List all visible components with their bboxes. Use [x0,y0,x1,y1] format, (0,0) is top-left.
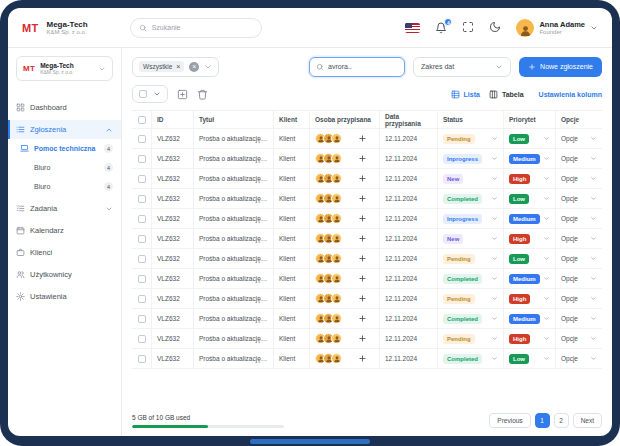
row-options-button[interactable]: Opcje [556,249,602,268]
date-range-select[interactable]: Zakres dat [413,57,511,77]
row-options-button[interactable]: Opcje [556,189,602,208]
row-checkbox[interactable] [138,255,146,263]
status-select[interactable]: New [438,169,504,188]
status-select[interactable]: Completed [438,189,504,208]
pagination-page-1[interactable]: 1 [535,413,550,428]
remove-filter-icon[interactable]: × [176,63,180,70]
add-assignee-button[interactable] [358,134,367,143]
priority-select[interactable]: High [504,329,556,348]
chevron-down-icon [491,315,498,322]
priority-select[interactable]: Medium [504,209,556,228]
status-select[interactable]: Completed [438,349,504,368]
status-select[interactable]: Pending [438,129,504,148]
sidebar-item-biuro[interactable]: Biuro4 [8,177,121,196]
notifications-button[interactable]: 4 [435,22,447,34]
row-checkbox[interactable] [138,175,146,183]
status-select[interactable]: Pending [438,249,504,268]
status-select[interactable]: New [438,229,504,248]
priority-select[interactable]: Low [504,349,556,368]
sidebar-item-klienci[interactable]: Klienci [8,243,121,262]
global-search-input[interactable] [152,24,253,31]
row-options-button[interactable]: Opcje [556,169,602,188]
status-select[interactable]: Pending [438,329,504,348]
sidebar-item-zadania[interactable]: Zadania [8,199,121,218]
row-checkbox[interactable] [138,275,146,283]
row-checkbox[interactable] [138,315,146,323]
sidebar-item-pomoc-techniczna[interactable]: Pomoc techniczna4 [8,139,121,158]
pagination-previous-button[interactable]: Previous [489,413,530,428]
sidebar-item-biuro[interactable]: Biuro4 [8,158,121,177]
row-options-button[interactable]: Opcje [556,269,602,288]
fullscreen-button[interactable] [462,19,474,37]
row-checkbox[interactable] [138,155,146,163]
add-assignee-button[interactable] [358,254,367,263]
priority-select[interactable]: Low [504,129,556,148]
row-checkbox[interactable] [138,295,146,303]
priority-select[interactable]: Medium [504,149,556,168]
dark-mode-button[interactable] [489,19,501,37]
header-checkbox[interactable] [138,116,146,124]
row-options-button[interactable]: Opcje [556,129,602,148]
priority-select[interactable]: Low [504,249,556,268]
row-options-button[interactable]: Opcje [556,149,602,168]
chevron-down-icon [543,355,550,362]
column-settings-button[interactable]: Ustawienia kolumn [539,91,602,98]
row-options-button[interactable]: Opcje [556,289,602,308]
priority-select[interactable]: Low [504,189,556,208]
sidebar-item-ustawienia[interactable]: Ustawienia [8,287,121,306]
add-assignee-button[interactable] [358,314,367,323]
add-assignee-button[interactable] [358,234,367,243]
row-checkbox[interactable] [138,195,146,203]
add-assignee-button[interactable] [358,214,367,223]
ticket-search[interactable] [309,57,405,77]
add-assignee-button[interactable] [358,174,367,183]
sidebar-item-użytkownicy[interactable]: Użytkownicy [8,265,121,284]
select-all-control[interactable] [132,85,168,103]
global-search[interactable] [130,18,262,38]
pagination-page-2[interactable]: 2 [554,413,569,428]
chevron-down-icon [491,235,498,242]
priority-select[interactable]: High [504,169,556,188]
sidebar-item-kalendarz[interactable]: Kalendarz [8,221,121,240]
status-select[interactable]: Completed [438,309,504,328]
priority-select[interactable]: Medium [504,309,556,328]
delete-button[interactable] [197,89,208,100]
row-options-button[interactable]: Opcje [556,229,602,248]
row-checkbox[interactable] [138,215,146,223]
row-checkbox[interactable] [138,335,146,343]
add-to-selection-button[interactable] [177,89,188,100]
user-menu[interactable]: Anna Adame Founder [516,19,598,37]
workspace-selector[interactable]: MT Mega-Tech K&M Sp. z o.o. [16,56,113,81]
row-checkbox[interactable] [138,355,146,363]
row-options-button[interactable]: Opcje [556,209,602,228]
new-ticket-button[interactable]: Nowe zgłoszenie [519,57,602,77]
select-all-checkbox[interactable] [139,90,147,98]
view-toggle-list[interactable]: Lista [451,90,480,99]
priority-select[interactable]: High [504,289,556,308]
status-select[interactable]: Inprogress [438,209,504,228]
row-options-button[interactable]: Opcje [556,329,602,348]
add-assignee-button[interactable] [358,294,367,303]
sidebar-item-zgłoszenia[interactable]: Zgłoszenia [8,120,121,139]
row-options-button[interactable]: Opcje [556,349,602,368]
add-assignee-button[interactable] [358,334,367,343]
language-flag-icon[interactable] [405,23,420,33]
filter-multiselect[interactable]: Wszystkie × × [132,57,219,77]
priority-select[interactable]: High [504,229,556,248]
ticket-search-input[interactable] [328,63,398,70]
add-assignee-button[interactable] [358,194,367,203]
row-checkbox[interactable] [138,235,146,243]
row-checkbox[interactable] [138,135,146,143]
sidebar-item-dashboard[interactable]: Dashboard [8,98,121,117]
status-select[interactable]: Pending [438,289,504,308]
pagination-next-button[interactable]: Next [573,413,602,428]
add-assignee-button[interactable] [358,274,367,283]
priority-select[interactable]: Medium [504,269,556,288]
row-options-button[interactable]: Opcje [556,309,602,328]
add-assignee-button[interactable] [358,354,367,363]
add-assignee-button[interactable] [358,154,367,163]
view-toggle-table[interactable]: Tabela [489,90,524,99]
status-select[interactable]: Inprogress [438,149,504,168]
clear-filters-icon[interactable]: × [189,62,199,72]
status-select[interactable]: Completed [438,269,504,288]
